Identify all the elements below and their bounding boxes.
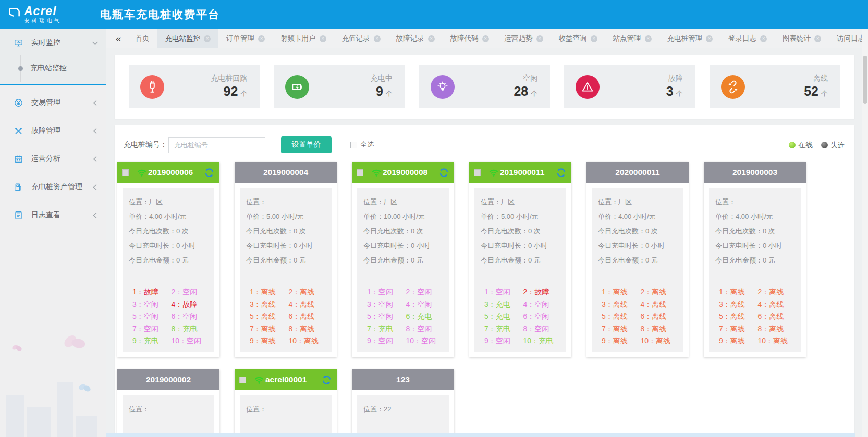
tab-close-icon[interactable] [760,35,767,42]
port-status: 5：离线 [602,310,639,323]
port-status: 10：充电 [523,335,560,347]
pile-checkbox[interactable] [122,169,129,176]
select-all-checkbox[interactable] [350,142,357,148]
port-status: 1：空闲 [367,286,404,298]
stat-unit: 个 [676,90,683,97]
scrollbar-thumb[interactable] [863,56,867,104]
pile-card-2019000008[interactable]: 2019000008位置：厂区单价：10.00 小时/元今日充电次数：0 次今日… [352,162,454,357]
port-status: 7：充电 [367,323,404,335]
tab-label: 图表统计 [783,34,811,43]
port-status: 5：离线 [250,310,287,323]
tab-站点管理[interactable]: 站点管理 [605,29,659,48]
pile-number-label: 充电桩编号： [124,140,167,149]
pile-checkbox[interactable] [474,169,481,176]
tab-访问日志[interactable]: 访问日志 [829,29,862,48]
tab-close-icon[interactable] [258,35,265,42]
tab-close-icon[interactable] [320,35,326,42]
pile-charge-amount: 今日充电金额：0 元 [715,253,794,268]
port-status: 9：空闲 [367,335,404,347]
chevron-left-icon [92,212,99,219]
pile-card-2019000011[interactable]: 2019000011位置：厂区单价：5.00 小时/元今日充电次数：0 次今日充… [469,162,571,357]
tab-运营趋势[interactable]: 运营趋势 [497,29,551,48]
transaction-icon [14,98,23,108]
tab-close-icon[interactable] [814,35,821,42]
pile-card-2019000002[interactable]: 2019000002位置： [117,369,219,437]
tab-故障代码[interactable]: 故障代码 [443,29,497,48]
pile-card-header: 2019000008 [352,162,454,183]
refresh-icon[interactable] [438,167,449,178]
refresh-icon[interactable] [556,167,567,178]
tabs-collapse-icon[interactable]: « [106,29,128,48]
tab-故障记录[interactable]: 故障记录 [388,29,443,48]
divider [599,279,676,279]
sidebar-item-日志查看[interactable]: 日志查看 [0,201,106,229]
pile-charge-times: 今日充电次数：0 次 [715,224,794,239]
tab-close-icon[interactable] [374,35,381,42]
refresh-icon[interactable] [321,374,332,385]
refresh-icon[interactable] [204,167,215,178]
sidebar-item-运营分析[interactable]: 运营分析 [0,145,106,173]
pile-card-2019000006[interactable]: 2019000006位置：厂区单价：4.00 小时/元今日充电次数：0 次今日充… [117,162,219,357]
pile-card-123[interactable]: 123位置：22 [352,369,454,437]
pile-id: 2019000004 [263,168,308,177]
sidebar-nav: 实时监控充电站监控交易管理故障管理运营分析充电桩资产管理日志查看 [0,29,106,229]
pile-card-2020000011[interactable]: 2020000011位置：厂区单价：4.00 小时/元今日充电次数：0 次今日充… [586,162,689,357]
pile-charge-duration: 今日充电时长：0 小时 [598,239,677,253]
pile-charge-amount: 今日充电金额：0 元 [481,253,560,268]
tab-射频卡用户[interactable]: 射频卡用户 [273,29,334,48]
port-status: 6：离线 [758,310,795,323]
port-status: 1：离线 [602,286,639,298]
stat-label: 离线 [745,74,828,83]
tab-充电桩管理[interactable]: 充电桩管理 [659,29,721,48]
logo-name: Acrel [24,5,62,17]
set-price-button[interactable]: 设置单价 [281,136,332,153]
warning-icon [576,75,600,99]
sidebar-item-故障管理[interactable]: 故障管理 [0,117,106,145]
pile-card-2019000003[interactable]: 2019000003位置：单价：4.00 小时/元今日充电次数：0 次今日充电时… [704,162,806,357]
tab-充值记录[interactable]: 充值记录 [334,29,388,48]
tab-首页[interactable]: 首页 [128,29,157,48]
sidebar-subitem-充电站监控[interactable]: 充电站监控 [0,57,106,80]
tab-label: 登录日志 [728,34,756,43]
tab-登录日志[interactable]: 登录日志 [720,29,775,48]
port-status: 3：离线 [719,298,756,311]
stat-unit: 个 [386,90,393,97]
tab-close-icon[interactable] [536,35,543,42]
ports-grid: 1：离线2：离线3：离线4：离线5：离线6：离线7：离线8：离线9：离线10：离… [246,286,325,347]
tab-close-icon[interactable] [482,35,489,42]
sidebar-item-充电桩资产管理[interactable]: 充电桩资产管理 [0,173,106,201]
tab-充电站监控[interactable]: 充电站监控 [157,29,219,48]
tab-close-icon[interactable] [204,35,211,42]
chevron-down-icon [92,40,99,46]
pile-location: 位置：厂区 [129,195,208,209]
pile-checkbox[interactable] [357,169,363,176]
stat-value: 52 [804,84,818,98]
sidebar-item-交易管理[interactable]: 交易管理 [0,89,106,117]
tab-订单管理[interactable]: 订单管理 [218,29,273,48]
pile-checkbox[interactable] [239,377,246,383]
tab-close-icon[interactable] [645,35,652,42]
pile-card-2019000004[interactable]: 2019000004位置：单价：5.00 小时/元今日充电次数：0 次今日充电时… [235,162,337,357]
tab-close-icon[interactable] [706,35,713,42]
port-status: 2：离线 [641,286,678,298]
port-status: 6：离线 [289,310,326,323]
main-area: « 首页充电站监控订单管理射频卡用户充值记录故障记录故障代码运营趋势收益查询站点… [106,29,868,437]
tab-close-icon[interactable] [591,35,597,42]
port-status: 4：故障 [172,298,209,311]
pile-number-input[interactable] [168,137,265,153]
tab-图表统计[interactable]: 图表统计 [775,29,829,48]
port-status: 6：空闲 [523,310,560,323]
port-status: 4：空闲 [523,298,560,311]
stats-panel: 充电桩回路92个充电中9个空闲28个故障3个离线52个 [115,55,854,119]
wifi-icon [136,167,148,178]
port-status: 8：空闲 [406,323,443,335]
broken-link-icon [721,75,745,99]
tab-收益查询[interactable]: 收益查询 [551,29,605,48]
stat-label: 空闲 [455,74,537,83]
pile-card-acrel00001[interactable]: acrel00001位置： [235,369,337,437]
stat-card-空闲: 空闲28个 [419,65,550,108]
pile-id: 2019000008 [383,168,427,177]
tab-close-icon[interactable] [428,35,435,42]
page-title: 电瓶车充电桩收费平台 [100,7,220,22]
sidebar-item-实时监控[interactable]: 实时监控 [0,29,106,57]
